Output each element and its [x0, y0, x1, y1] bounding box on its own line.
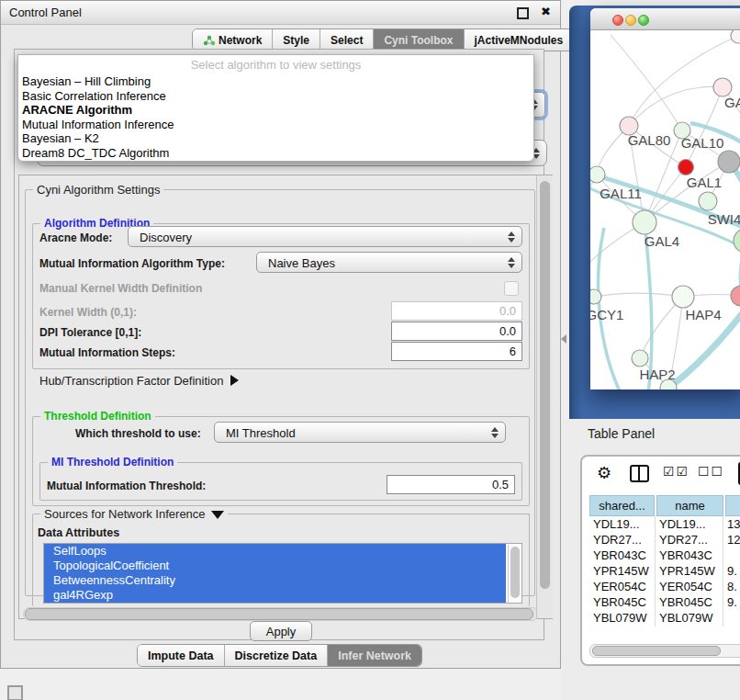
mi-steps-label: Mutual Information Steps: — [39, 346, 175, 359]
dropdown-item-bayesian-hill-climbing[interactable]: Bayesian – Hill Climbing — [18, 74, 533, 89]
dropdown-item-basic-correlation-inference[interactable]: Basic Correlation Inference — [18, 89, 533, 104]
minimize-traffic-light-icon[interactable] — [625, 15, 636, 26]
dpi-tolerance-field[interactable]: 0.0 — [391, 322, 522, 341]
dropdown-item-aracne-algorithm[interactable]: ARACNE Algorithm — [18, 103, 533, 118]
column-header-name[interactable]: name — [656, 495, 723, 516]
dropdown-item-mutual-information-inference[interactable]: Mutual Information Inference — [18, 118, 533, 132]
gear-icon[interactable]: ⚙ — [597, 463, 611, 482]
network-node-gal[interactable] — [713, 78, 732, 96]
table-row[interactable]: YBL079WYBL079W — [589, 610, 740, 626]
bottom-tab-infer-network[interactable]: Infer Network — [328, 645, 421, 666]
sources-group-title[interactable]: Sources for Network Inference — [40, 507, 228, 521]
table-row[interactable]: YDR27...YDR27...12 — [589, 532, 740, 548]
table-row[interactable]: YER054CYER054C8. — [589, 579, 740, 594]
close-icon[interactable]: ✖ — [541, 5, 551, 18]
table-toolbar: ⚙ ☑☑ ☐☐ — [582, 462, 740, 490]
network-window-titlebar[interactable] — [590, 8, 740, 30]
column-header-shared[interactable]: shared... — [589, 495, 655, 516]
network-node-gal1[interactable] — [699, 192, 717, 210]
network-node-gal4[interactable] — [633, 210, 656, 234]
hub-definition-toggle[interactable]: Hub/Transcription Factor Definition — [39, 374, 239, 388]
which-threshold-label: Which threshold to use: — [75, 427, 201, 440]
kernel-width-label: Kernel Width (0,1): — [39, 306, 137, 319]
table-cell: 13 — [723, 516, 740, 532]
node-label: GAL10 — [681, 135, 724, 151]
attributes-list-scrollbar[interactable] — [508, 545, 522, 603]
table-horizontal-scrollbar[interactable] — [589, 644, 740, 658]
bottom-tab-discretize-data[interactable]: Discretize Data — [225, 645, 329, 666]
deselect-all-checkboxes-icon[interactable]: ☐☐ — [698, 464, 724, 479]
control-panel-titlebar: Control Panel ✖ — [1, 1, 560, 25]
node-label: GAL11 — [600, 186, 642, 201]
table-hscroll-thumb[interactable] — [592, 646, 721, 656]
dropdown-item-list: Bayesian – Hill ClimbingBasic Correlatio… — [18, 74, 533, 161]
dropdown-placeholder: Select algorithm to view settings — [18, 55, 533, 74]
tab-select[interactable]: Select — [320, 29, 374, 51]
aracne-mode-value: Discovery — [140, 230, 192, 243]
table-cell: YDR27... — [589, 532, 656, 548]
mi-algorithm-type-label: Mutual Information Algorithm Type: — [39, 257, 225, 270]
network-node-gal11[interactable] — [590, 166, 605, 183]
node-label: SWI4 — [708, 211, 740, 227]
network-node[interactable] — [678, 160, 694, 175]
attribute-item-gal4rgexp[interactable]: gal4RGexp — [44, 588, 506, 603]
aracne-mode-combobox[interactable]: Discovery — [128, 226, 522, 247]
attribute-item-selfloops[interactable]: SelfLoops — [44, 544, 506, 559]
apply-button[interactable]: Apply — [250, 621, 312, 641]
which-threshold-combobox[interactable]: MI Threshold — [214, 422, 506, 443]
dropdown-item-dream8-dc-tdc-algorithm[interactable]: Dream8 DC_TDC Algorithm — [18, 146, 533, 161]
mi-steps-field[interactable]: 6 — [391, 342, 522, 361]
float-panel-icon[interactable] — [517, 7, 529, 19]
attribute-item-topologicalcoefficient[interactable]: TopologicalCoefficient — [44, 559, 506, 573]
network-edge — [611, 35, 682, 130]
mi-algorithm-type-combobox[interactable]: Naive Bayes — [256, 252, 522, 273]
vscroll-thumb[interactable] — [540, 181, 550, 589]
zoom-traffic-light-icon[interactable] — [638, 15, 649, 26]
kernel-width-field: 0.0 — [391, 301, 522, 321]
node-label: HAP4 — [685, 307, 721, 322]
tab-jactivemnodules[interactable]: jActiveMNodules — [465, 29, 574, 51]
aracne-mode-label: Aracne Mode: — [39, 231, 112, 244]
dropdown-item-bayesian-k2[interactable]: Bayesian – K2 — [18, 131, 533, 146]
table-cell: 8. — [723, 579, 740, 594]
table-cell: YDL19... — [589, 516, 656, 532]
hub-definition-label: Hub/Transcription Factor Definition — [39, 374, 223, 388]
network-node-y[interactable] — [731, 286, 740, 306]
table-row[interactable]: YBR045CYBR045C9. — [589, 594, 740, 610]
settings-horizontal-scrollbar[interactable] — [23, 607, 539, 621]
network-edge — [590, 175, 597, 297]
collapsed-arrow-icon — [230, 375, 239, 386]
docked-panel-icon[interactable] — [7, 685, 23, 700]
control-panel-title: Control Panel — [9, 6, 82, 19]
attribute-item-betweennesscentrality[interactable]: BetweennessCentrality — [44, 573, 506, 588]
close-traffic-light-icon[interactable] — [612, 15, 623, 26]
bottom-tab-impute-data[interactable]: Impute Data — [138, 645, 225, 666]
network-node[interactable] — [731, 30, 740, 43]
select-all-checkboxes-icon[interactable]: ☑☑ — [663, 464, 690, 479]
network-node-hap4[interactable] — [672, 286, 694, 308]
table-row[interactable]: YDL19...YDL19...13 — [589, 516, 740, 532]
threshold-definition-title: Threshold Definition — [40, 410, 155, 423]
tab-style[interactable]: Style — [273, 29, 320, 51]
tab-label: jActiveMNodules — [475, 34, 564, 47]
table-cell: YBR043C — [589, 548, 656, 563]
table-card: ⚙ ☑☑ ☐☐ shared...nameA YDL19...YDL19...1… — [580, 455, 740, 666]
tab-cyni-toolbox[interactable]: Cyni Toolbox — [374, 29, 464, 51]
table-row[interactable]: YBR043CYBR043C — [589, 548, 740, 563]
tab-network[interactable]: Network — [193, 29, 273, 51]
network-graph[interactable]: GALGAL80GAL10GAL1GAL11GAL4SWI4GCY1HAP4YH… — [590, 30, 740, 390]
split-pane-collapse-icon[interactable] — [561, 334, 566, 344]
mi-threshold-field[interactable]: 0.5 — [387, 475, 515, 494]
network-node-hap2[interactable] — [632, 350, 648, 367]
table-row[interactable]: YLR345WYLR345W9. — [589, 626, 740, 627]
network-node[interactable] — [718, 151, 740, 173]
network-node-gcy1[interactable] — [590, 289, 601, 304]
column-header-a[interactable]: A — [725, 495, 740, 516]
columns-icon[interactable] — [630, 465, 649, 482]
table-row[interactable]: YPR145WYPR145W9. — [589, 563, 740, 579]
hscroll-thumb[interactable] — [25, 608, 533, 620]
settings-vertical-scrollbar[interactable] — [536, 175, 553, 618]
combo-stepper-icon — [507, 231, 515, 243]
table-cell — [723, 610, 740, 626]
network-node-swi4[interactable] — [734, 229, 740, 253]
